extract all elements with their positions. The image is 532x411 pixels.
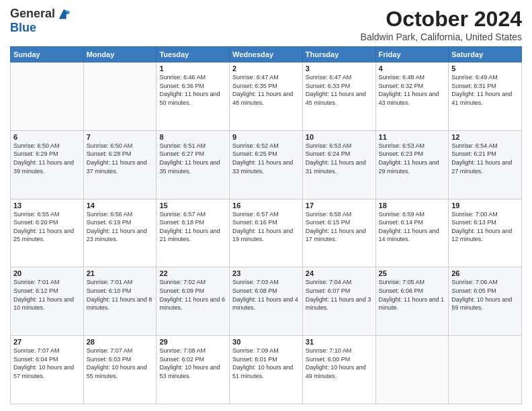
day-number: 14 xyxy=(87,201,154,210)
calendar-week-row: 20Sunrise: 7:01 AM Sunset: 6:12 PM Dayli… xyxy=(11,267,522,336)
calendar-cell xyxy=(83,62,157,131)
cell-content: Sunrise: 7:09 AM Sunset: 6:01 PM Dayligh… xyxy=(232,347,300,380)
calendar-week-row: 27Sunrise: 7:07 AM Sunset: 6:04 PM Dayli… xyxy=(11,336,522,404)
weekday-header-cell: Wednesday xyxy=(230,47,303,62)
weekday-header-cell: Saturday xyxy=(449,47,522,62)
calendar-week-row: 1Sunrise: 6:46 AM Sunset: 6:36 PM Daylig… xyxy=(11,62,522,131)
weekday-header-row: SundayMondayTuesdayWednesdayThursdayFrid… xyxy=(11,47,522,62)
calendar-cell: 17Sunrise: 6:58 AM Sunset: 6:15 PM Dayli… xyxy=(302,199,375,267)
day-number: 13 xyxy=(13,201,81,210)
weekday-header-cell: Monday xyxy=(83,47,157,62)
calendar-cell: 26Sunrise: 7:06 AM Sunset: 6:05 PM Dayli… xyxy=(449,267,522,336)
day-number: 2 xyxy=(232,64,300,73)
day-number: 31 xyxy=(306,338,373,346)
calendar-week-row: 13Sunrise: 6:55 AM Sunset: 6:20 PM Dayli… xyxy=(11,199,522,267)
calendar-cell: 31Sunrise: 7:10 AM Sunset: 6:00 PM Dayli… xyxy=(302,336,375,404)
day-number: 25 xyxy=(379,269,446,277)
calendar-cell xyxy=(449,336,522,404)
calendar-cell: 8Sunrise: 6:51 AM Sunset: 6:27 PM Daylig… xyxy=(157,130,230,199)
calendar-cell: 4Sunrise: 6:48 AM Sunset: 6:32 PM Daylig… xyxy=(375,62,449,131)
calendar-cell: 12Sunrise: 6:54 AM Sunset: 6:21 PM Dayli… xyxy=(449,130,522,199)
day-number: 26 xyxy=(451,269,519,277)
day-number: 21 xyxy=(87,269,154,277)
calendar-cell: 24Sunrise: 7:04 AM Sunset: 6:07 PM Dayli… xyxy=(302,267,375,336)
calendar-cell: 18Sunrise: 6:59 AM Sunset: 6:14 PM Dayli… xyxy=(375,199,449,267)
weekday-header-cell: Sunday xyxy=(11,47,84,62)
calendar-cell: 14Sunrise: 6:56 AM Sunset: 6:19 PM Dayli… xyxy=(83,199,157,267)
cell-content: Sunrise: 7:08 AM Sunset: 6:02 PM Dayligh… xyxy=(159,347,226,380)
cell-content: Sunrise: 7:10 AM Sunset: 6:00 PM Dayligh… xyxy=(306,347,373,380)
cell-content: Sunrise: 6:46 AM Sunset: 6:36 PM Dayligh… xyxy=(159,73,226,107)
day-number: 27 xyxy=(13,338,81,346)
logo-general: General xyxy=(10,7,55,21)
cell-content: Sunrise: 6:58 AM Sunset: 6:15 PM Dayligh… xyxy=(306,210,373,244)
weekday-header-cell: Thursday xyxy=(302,47,375,62)
day-number: 19 xyxy=(451,201,519,210)
day-number: 30 xyxy=(232,338,300,346)
cell-content: Sunrise: 6:48 AM Sunset: 6:32 PM Dayligh… xyxy=(379,73,446,107)
day-number: 16 xyxy=(232,201,300,210)
day-number: 12 xyxy=(451,133,519,141)
day-number: 17 xyxy=(306,201,373,210)
calendar-cell: 16Sunrise: 6:57 AM Sunset: 6:16 PM Dayli… xyxy=(230,199,303,267)
cell-content: Sunrise: 7:04 AM Sunset: 6:07 PM Dayligh… xyxy=(306,278,373,312)
title-block: October 2024 Baldwin Park, California, U… xyxy=(361,7,522,42)
calendar-cell xyxy=(375,336,449,404)
weekday-header-cell: Tuesday xyxy=(157,47,230,62)
day-number: 1 xyxy=(159,64,226,73)
day-number: 29 xyxy=(159,338,226,346)
cell-content: Sunrise: 6:47 AM Sunset: 6:35 PM Dayligh… xyxy=(232,73,300,107)
calendar-cell: 19Sunrise: 7:00 AM Sunset: 6:13 PM Dayli… xyxy=(449,199,522,267)
logo: General Blue xyxy=(10,7,71,35)
cell-content: Sunrise: 7:00 AM Sunset: 6:13 PM Dayligh… xyxy=(451,210,519,244)
location-title: Baldwin Park, California, United States xyxy=(361,32,522,42)
calendar-cell: 21Sunrise: 7:01 AM Sunset: 6:10 PM Dayli… xyxy=(83,267,157,336)
calendar-cell: 2Sunrise: 6:47 AM Sunset: 6:35 PM Daylig… xyxy=(230,62,303,131)
calendar-week-row: 6Sunrise: 6:50 AM Sunset: 6:29 PM Daylig… xyxy=(11,130,522,199)
calendar-cell: 27Sunrise: 7:07 AM Sunset: 6:04 PM Dayli… xyxy=(11,336,84,404)
calendar-cell: 6Sunrise: 6:50 AM Sunset: 6:29 PM Daylig… xyxy=(11,130,84,199)
day-number: 3 xyxy=(306,64,373,73)
weekday-header-cell: Friday xyxy=(375,47,449,62)
cell-content: Sunrise: 6:56 AM Sunset: 6:19 PM Dayligh… xyxy=(87,210,154,244)
day-number: 22 xyxy=(159,269,226,277)
day-number: 4 xyxy=(379,64,446,73)
calendar-cell: 9Sunrise: 6:52 AM Sunset: 6:25 PM Daylig… xyxy=(230,130,303,199)
cell-content: Sunrise: 6:50 AM Sunset: 6:29 PM Dayligh… xyxy=(13,142,81,175)
calendar-cell: 5Sunrise: 6:49 AM Sunset: 6:31 PM Daylig… xyxy=(449,62,522,131)
day-number: 23 xyxy=(232,269,300,277)
calendar-cell: 1Sunrise: 6:46 AM Sunset: 6:36 PM Daylig… xyxy=(157,62,230,131)
day-number: 28 xyxy=(87,338,154,346)
day-number: 18 xyxy=(379,201,446,210)
calendar-cell: 7Sunrise: 6:50 AM Sunset: 6:28 PM Daylig… xyxy=(83,130,157,199)
cell-content: Sunrise: 6:53 AM Sunset: 6:23 PM Dayligh… xyxy=(379,142,446,175)
cell-content: Sunrise: 7:05 AM Sunset: 6:06 PM Dayligh… xyxy=(379,278,446,312)
cell-content: Sunrise: 6:54 AM Sunset: 6:21 PM Dayligh… xyxy=(451,142,519,175)
header: General Blue October 2024 Baldwin Park, … xyxy=(10,7,522,42)
calendar-cell: 10Sunrise: 6:53 AM Sunset: 6:24 PM Dayli… xyxy=(302,130,375,199)
calendar-cell xyxy=(11,62,84,131)
logo-icon xyxy=(56,7,71,21)
day-number: 11 xyxy=(379,133,446,141)
cell-content: Sunrise: 7:02 AM Sunset: 6:09 PM Dayligh… xyxy=(159,278,226,312)
cell-content: Sunrise: 6:59 AM Sunset: 6:14 PM Dayligh… xyxy=(379,210,446,244)
logo-blue: Blue xyxy=(10,21,36,34)
calendar-cell: 11Sunrise: 6:53 AM Sunset: 6:23 PM Dayli… xyxy=(375,130,449,199)
cell-content: Sunrise: 7:01 AM Sunset: 6:10 PM Dayligh… xyxy=(87,278,154,312)
cell-content: Sunrise: 6:51 AM Sunset: 6:27 PM Dayligh… xyxy=(159,142,226,175)
day-number: 15 xyxy=(159,201,226,210)
day-number: 5 xyxy=(451,64,519,73)
cell-content: Sunrise: 7:01 AM Sunset: 6:12 PM Dayligh… xyxy=(13,278,81,312)
day-number: 8 xyxy=(159,133,226,141)
day-number: 24 xyxy=(306,269,373,277)
calendar-cell: 23Sunrise: 7:03 AM Sunset: 6:08 PM Dayli… xyxy=(230,267,303,336)
calendar-cell: 15Sunrise: 6:57 AM Sunset: 6:18 PM Dayli… xyxy=(157,199,230,267)
day-number: 6 xyxy=(13,133,81,141)
calendar-cell: 3Sunrise: 6:47 AM Sunset: 6:33 PM Daylig… xyxy=(302,62,375,131)
cell-content: Sunrise: 7:06 AM Sunset: 6:05 PM Dayligh… xyxy=(451,278,519,312)
cell-content: Sunrise: 7:07 AM Sunset: 6:03 PM Dayligh… xyxy=(87,347,154,380)
cell-content: Sunrise: 6:47 AM Sunset: 6:33 PM Dayligh… xyxy=(306,73,373,107)
cell-content: Sunrise: 6:52 AM Sunset: 6:25 PM Dayligh… xyxy=(232,142,300,175)
cell-content: Sunrise: 6:57 AM Sunset: 6:18 PM Dayligh… xyxy=(159,210,226,244)
calendar-cell: 29Sunrise: 7:08 AM Sunset: 6:02 PM Dayli… xyxy=(157,336,230,404)
